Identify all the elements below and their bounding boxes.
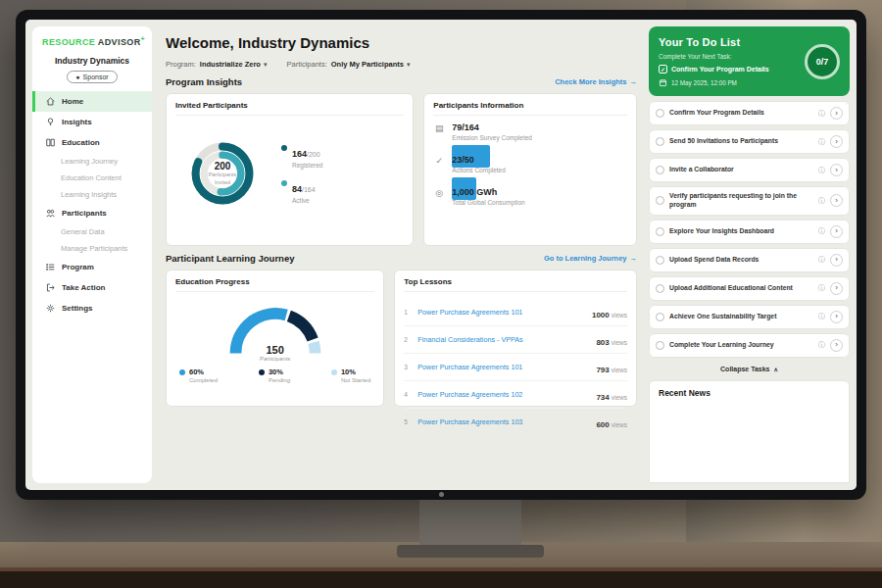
todo-task[interactable]: Confirm Your Program Details ⓘ › [649,101,850,125]
todo-task[interactable]: Explore Your Insights Dashboard ⓘ › [649,220,850,244]
views-value: 734 [596,393,609,402]
info-icon[interactable]: ⓘ [818,137,825,147]
todo-task[interactable]: Upload Spend Data Records ⓘ › [649,248,850,272]
info-icon[interactable]: ⓘ [818,166,825,175]
chevron-right-icon[interactable]: › [830,135,843,148]
legend-dot [331,369,337,375]
sidebar-item-education-content[interactable]: Education Content [32,170,152,186]
sidebar-item-participants[interactable]: Participants [32,203,152,223]
sidebar-item-learning-journey[interactable]: Learning Journey [32,153,152,170]
lesson-row: 3 Power Purchase Agreements 101 793views [404,354,627,381]
task-checkbox[interactable] [656,137,664,146]
legend-value: 10% [341,368,370,376]
participants-icon [45,208,56,219]
due-date-label: 12 May 2025, 12:00 PM [671,79,737,86]
next-task-label: Confirm Your Program Details [671,66,769,73]
sidebar-item-general-data[interactable]: General Data [32,223,152,240]
info-icon[interactable]: ⓘ [818,109,825,119]
collapse-tasks-link[interactable]: Collapse Tasks∧ [649,363,850,375]
chevron-right-icon[interactable]: › [830,254,843,267]
info-icon[interactable]: ⓘ [818,196,825,206]
monitor-logo [439,492,444,497]
views-unit: views [612,339,627,346]
task-checkbox[interactable] [656,341,664,350]
sidebar-item-program[interactable]: Program [32,257,152,277]
arrow-right-icon: → [630,254,638,263]
lesson-link[interactable]: Financial Considerations - VPPAs [417,335,590,344]
sidebar-item-education[interactable]: Education [32,132,152,153]
program-filter[interactable]: Program:Industrialize Zero▾ [166,60,267,69]
sidebar-item-manage-participants[interactable]: Manage Participants [32,240,152,257]
todo-task[interactable]: Upload Additional Educational Content ⓘ … [649,276,850,301]
lesson-row: 1 Power Purchase Agreements 101 1000view… [404,299,627,326]
sidebar-item-settings[interactable]: Settings [32,298,152,318]
chevron-right-icon[interactable]: › [830,194,843,207]
task-checkbox[interactable] [656,256,664,265]
todo-task[interactable]: Complete Your Learning Journey ⓘ › [649,333,850,358]
next-task[interactable]: ✓ Confirm Your Program Details [659,65,806,74]
chevron-right-icon[interactable]: › [830,107,843,120]
info-icon[interactable]: ⓘ [818,340,825,350]
participants-filter-label: Participants: [286,60,326,69]
chevron-right-icon[interactable]: › [830,339,843,352]
sidebar-item-take-action[interactable]: Take Action [32,277,152,298]
sponsor-badge[interactable]: ● Sponsor [67,71,117,83]
brand-plus: + [141,35,146,42]
card-title: Invited Participants [175,101,404,116]
due-date: 12 May 2025, 12:00 PM [659,78,840,87]
task-label: Upload Additional Educational Content [669,284,813,293]
collapse-label: Collapse Tasks [720,366,769,372]
learning-journey-header: Participant Learning Journey Go to Learn… [166,253,637,264]
info-icon[interactable]: ⓘ [818,255,825,265]
chevron-right-icon[interactable]: › [830,311,843,323]
active-total: /164 [302,186,316,193]
legend-pending: 30%Pending [259,368,290,383]
task-checkbox[interactable] [656,109,664,118]
donut-center-value: 200 [215,161,231,172]
legend-label: Not Started [341,377,370,383]
education-progress-card: Education Progress 150 Participants [166,270,384,407]
lesson-link[interactable]: Power Purchase Agreements 103 [417,417,590,426]
info-icon[interactable]: ⓘ [818,283,825,293]
lesson-rank: 4 [404,391,412,398]
invited-participants-card: Invited Participants 200 Partic [166,93,414,246]
settings-icon [45,303,56,314]
todo-task[interactable]: Invite a Collaborator ⓘ › [649,158,850,182]
task-checkbox[interactable] [656,284,664,293]
sidebar-item-label: Take Action [62,283,105,292]
sponsor-icon: ● [75,74,79,80]
brand-primary: RESOURCE [42,37,95,47]
legend-label: Completed [189,377,218,383]
registered-total: /200 [307,151,320,158]
sidebar-item-label: Program [62,263,94,271]
sidebar-item-home[interactable]: Home [32,91,152,112]
sidebar-item-label: Education Content [61,173,122,182]
participants-filter[interactable]: Participants:Only My Participants▾ [286,60,410,69]
chevron-right-icon[interactable]: › [830,164,843,176]
sidebar-item-insights[interactable]: Insights [32,112,152,132]
chevron-right-icon[interactable]: › [830,225,843,238]
info-icon[interactable]: ⓘ [818,312,825,321]
lesson-link[interactable]: Power Purchase Agreements 102 [417,390,590,399]
arrow-right-icon: → [630,77,638,86]
todo-progress-badge: 0/7 [805,44,840,79]
legend-dot [259,369,265,375]
task-checkbox[interactable] [656,313,664,321]
todo-task[interactable]: Verify participants requesting to join t… [649,186,850,216]
go-to-learning-journey-link[interactable]: Go to Learning Journey→ [544,254,637,263]
task-checkbox[interactable] [656,227,664,236]
lesson-link[interactable]: Power Purchase Agreements 101 [417,363,590,371]
lesson-link[interactable]: Power Purchase Agreements 101 [417,308,586,317]
task-label: Achieve One Sustainability Target [669,313,813,321]
sidebar-item-learning-insights[interactable]: Learning Insights [32,186,152,203]
chevron-right-icon[interactable]: › [830,282,843,295]
info-icon[interactable]: ⓘ [818,226,825,236]
todo-task[interactable]: Send 50 Invitations to Participants ⓘ › [649,129,850,154]
task-checkbox[interactable] [656,196,664,205]
todo-panel: Your To Do List Complete Your Next Task:… [649,26,850,483]
todo-task[interactable]: Achieve One Sustainability Target ⓘ › [649,305,850,329]
task-checkbox[interactable] [656,166,664,174]
chevron-down-icon: ▾ [407,61,411,68]
check-more-insights-link[interactable]: Check More Insights→ [555,77,637,86]
sidebar-item-label: Learning Insights [61,190,117,199]
